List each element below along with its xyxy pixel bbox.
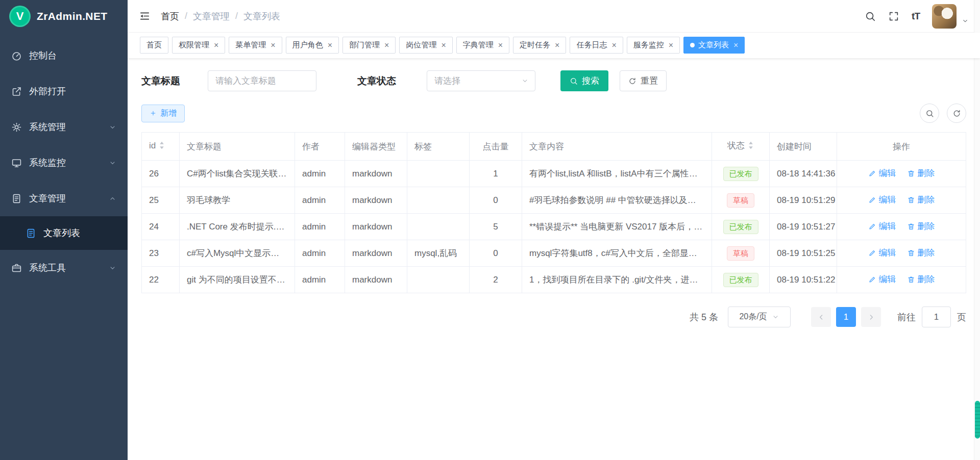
fullscreen-icon[interactable] xyxy=(888,11,899,22)
sidebar-menu: 控制台外部打开系统管理系统监控文章管理文章列表系统工具 xyxy=(0,33,128,286)
tab-7[interactable]: 定时任务× xyxy=(513,37,566,54)
sidebar-item-label: 控制台 xyxy=(29,49,57,62)
edit-button[interactable]: 编辑 xyxy=(868,167,896,179)
chevron-down-icon xyxy=(109,264,116,272)
sidebar-item-article[interactable]: 文章管理 xyxy=(0,181,128,216)
page-1-button[interactable]: 1 xyxy=(836,307,856,327)
sort-icon[interactable] xyxy=(748,140,754,153)
scrollbar-thumb[interactable] xyxy=(975,401,980,439)
close-icon[interactable]: × xyxy=(498,41,503,49)
close-icon[interactable]: × xyxy=(214,41,218,49)
tab-6[interactable]: 字典管理× xyxy=(456,37,509,54)
article-title-input[interactable] xyxy=(208,70,316,91)
trash-icon xyxy=(907,196,915,204)
chevron-down-icon xyxy=(109,123,116,131)
page-size-select[interactable]: 20条/页 xyxy=(728,306,791,327)
external-link-icon xyxy=(11,86,22,97)
scrollbar-track[interactable] xyxy=(974,0,980,460)
close-icon[interactable]: × xyxy=(271,41,275,49)
tab-2[interactable]: 菜单管理× xyxy=(229,37,282,54)
active-tab-dot xyxy=(690,43,695,47)
goto-label: 前往 xyxy=(897,311,916,323)
reset-button[interactable]: 重置 xyxy=(620,70,667,91)
status-badge: 已发布 xyxy=(723,167,758,181)
next-page-button[interactable] xyxy=(861,307,881,327)
cell-id: 23 xyxy=(142,240,180,267)
delete-button[interactable]: 删除 xyxy=(907,220,935,232)
toggle-search-button[interactable] xyxy=(920,104,939,123)
font-size-icon[interactable]: tT xyxy=(912,11,920,22)
refresh-table-button[interactable] xyxy=(947,104,966,123)
breadcrumb-article-manage: 文章管理 xyxy=(193,10,230,22)
sidebar-item-label: 系统监控 xyxy=(29,157,66,169)
sidebar-item-tools[interactable]: 系统工具 xyxy=(0,250,128,286)
edit-button[interactable]: 编辑 xyxy=(868,194,896,206)
avatar[interactable] xyxy=(932,4,957,29)
app-title: ZrAdmin.NET xyxy=(37,10,108,22)
breadcrumb-home[interactable]: 首页 xyxy=(161,10,179,22)
caret-down-icon[interactable] xyxy=(962,17,969,24)
delete-button[interactable]: 删除 xyxy=(907,167,935,179)
edit-button[interactable]: 编辑 xyxy=(868,247,896,259)
tab-label: 首页 xyxy=(146,40,162,50)
close-icon[interactable]: × xyxy=(441,41,446,49)
add-button[interactable]: 新增 xyxy=(141,105,185,122)
edit-button[interactable]: 编辑 xyxy=(868,220,896,232)
logo-icon: V xyxy=(9,6,31,27)
close-icon[interactable]: × xyxy=(611,41,616,49)
breadcrumb: 首页 / 文章管理 / 文章列表 xyxy=(161,10,280,22)
toolbar-right xyxy=(920,104,966,123)
column-header-id[interactable]: id xyxy=(142,133,180,161)
tab-0[interactable]: 首页 xyxy=(140,37,168,54)
column-header-tags: 标签 xyxy=(407,133,470,161)
cell-clicks: 0 xyxy=(470,187,522,214)
tab-label: 定时任务 xyxy=(520,40,550,50)
cell-editor: markdown xyxy=(345,161,407,187)
tab-3[interactable]: 用户角色× xyxy=(286,37,339,54)
search-icon[interactable] xyxy=(865,11,876,22)
sidebar-item-external[interactable]: 外部打开 xyxy=(0,73,128,109)
tab-label: 服务监控 xyxy=(633,40,664,50)
column-header-editor: 编辑器类型 xyxy=(345,133,407,161)
column-header-status[interactable]: 状态 xyxy=(712,133,770,161)
search-button[interactable]: 搜索 xyxy=(560,70,608,91)
sidebar-item-monitor[interactable]: 系统监控 xyxy=(0,145,128,181)
tab-5[interactable]: 岗位管理× xyxy=(399,37,452,54)
delete-button[interactable]: 删除 xyxy=(907,273,935,285)
sidebar-item-system[interactable]: 系统管理 xyxy=(0,109,128,145)
collapse-sidebar-icon[interactable] xyxy=(139,10,151,22)
goto-page-input[interactable] xyxy=(922,306,951,327)
status-badge: 草稿 xyxy=(727,246,754,261)
tabs-bar: 首页权限管理×菜单管理×用户角色×部门管理×岗位管理×字典管理×定时任务×任务日… xyxy=(128,33,980,58)
sidebar-item-dashboard[interactable]: 控制台 xyxy=(0,38,128,73)
prev-page-button[interactable] xyxy=(811,307,831,327)
cell-tags xyxy=(407,161,470,187)
close-icon[interactable]: × xyxy=(669,41,673,49)
close-icon[interactable]: × xyxy=(733,41,738,49)
tab-8[interactable]: 任务日志× xyxy=(570,37,623,54)
table-toolbar: 新增 xyxy=(141,104,966,123)
cell-tags xyxy=(407,267,470,293)
search-icon xyxy=(570,77,578,85)
close-icon[interactable]: × xyxy=(555,41,559,49)
tab-label: 岗位管理 xyxy=(406,40,436,50)
sidebar-subitem-label: 文章列表 xyxy=(43,227,80,239)
delete-button[interactable]: 删除 xyxy=(907,247,935,259)
sidebar-subitem-article-list[interactable]: 文章列表 xyxy=(0,216,128,250)
close-icon[interactable]: × xyxy=(384,41,389,49)
sort-icon[interactable] xyxy=(159,140,165,153)
tab-9[interactable]: 服务监控× xyxy=(627,37,680,54)
column-header-content: 文章内容 xyxy=(522,133,712,161)
delete-button[interactable]: 删除 xyxy=(907,194,935,206)
close-icon[interactable]: × xyxy=(328,41,332,49)
tab-10[interactable]: 文章列表× xyxy=(683,37,745,54)
cell-author: admin xyxy=(295,240,345,267)
edit-button[interactable]: 编辑 xyxy=(868,273,896,285)
cell-author: admin xyxy=(295,214,345,240)
tab-1[interactable]: 权限管理× xyxy=(172,37,225,54)
article-status-select[interactable]: 请选择 xyxy=(427,70,535,91)
tab-4[interactable]: 部门管理× xyxy=(342,37,396,54)
cell-status: 草稿 xyxy=(712,240,770,267)
logo[interactable]: V ZrAdmin.NET xyxy=(0,0,128,33)
breadcrumb-article-list: 文章列表 xyxy=(243,10,280,22)
